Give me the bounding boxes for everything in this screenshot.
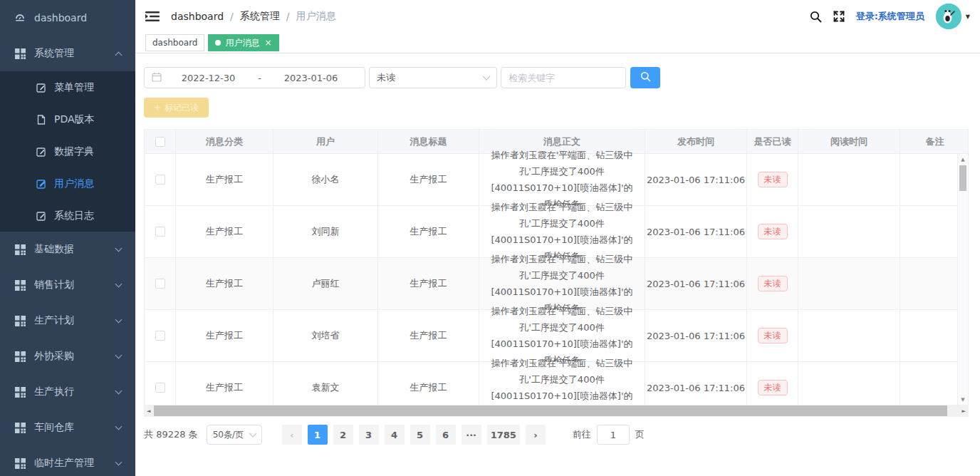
chevron-down-icon [115, 423, 123, 430]
sidebar-group-sales-plan[interactable]: 销售计划 [0, 267, 135, 303]
sidebar-item-system-logs[interactable]: 系统日志 [0, 200, 135, 232]
chevron-down-icon [115, 458, 123, 465]
calendar-icon [152, 72, 162, 84]
chevron-down-icon [249, 429, 256, 437]
edit-icon [36, 210, 47, 222]
sidebar-group-workshop-warehouse[interactable]: 车间仓库 [0, 410, 135, 445]
cell-title: 生产报工 [378, 310, 479, 362]
cell-remark [900, 206, 959, 258]
vertical-scrollbar[interactable]: ▲ ▼ [957, 155, 968, 405]
hamburger-icon[interactable] [145, 11, 160, 22]
date-range-separator: - [255, 73, 264, 83]
avatar[interactable] [936, 4, 961, 29]
scroll-up-icon[interactable]: ▲ [958, 157, 968, 162]
sidebar-group-system[interactable]: 系统管理 [0, 36, 135, 71]
cell-remark [900, 310, 959, 362]
sidebar-item-pda-version[interactable]: PDA版本 [0, 103, 135, 135]
mark-read-button[interactable]: + 标记已读 [144, 98, 209, 118]
close-icon[interactable]: × [264, 38, 271, 47]
scroll-right-icon[interactable]: ► [962, 408, 966, 414]
page-button-1785[interactable]: 1785 [487, 425, 520, 445]
sidebar-group-temp-production[interactable]: 临时生产管理 [0, 445, 135, 476]
page-button-6[interactable]: 6 [436, 425, 456, 445]
sidebar-item-label: dashboard [34, 12, 87, 24]
grid-icon [14, 315, 26, 326]
scroll-down-icon[interactable]: ▼ [958, 397, 968, 403]
breadcrumb-current: 用户消息 [296, 10, 336, 23]
grid-icon [14, 48, 26, 59]
search-icon[interactable] [810, 11, 822, 23]
cell-read-time [798, 206, 900, 258]
page-button-5[interactable]: 5 [410, 425, 430, 445]
tab-user-messages[interactable]: 用户消息 × [208, 34, 278, 51]
row-checkbox[interactable] [155, 331, 165, 341]
read-status-select[interactable]: 未读 [369, 67, 497, 88]
date-range-picker[interactable]: 2022-12-30 - 2023-01-06 [144, 67, 365, 88]
vertical-scroll-thumb[interactable] [959, 165, 966, 191]
next-page-button[interactable]: › [526, 425, 546, 445]
select-all-checkbox[interactable] [155, 137, 165, 147]
sidebar-group-label: 系统管理 [34, 47, 74, 60]
cell-user: 卢丽红 [273, 258, 378, 310]
cell-publish-time: 2023-01-06 17:11:06 [645, 258, 747, 310]
sidebar-group-label: 生产执行 [34, 386, 74, 398]
goto-page: 前往 页 [573, 425, 645, 445]
chevron-down-icon [115, 280, 123, 287]
horizontal-scrollbar[interactable]: ◄ ► [144, 405, 969, 417]
login-user-label[interactable]: 登录:系统管理员 [856, 10, 924, 23]
scroll-left-icon[interactable]: ◄ [147, 408, 150, 414]
page-size-select[interactable]: 50条/页 [207, 425, 262, 445]
cell-user: 袁新文 [273, 362, 378, 405]
search-icon [640, 71, 651, 84]
search-button[interactable] [630, 67, 660, 88]
prev-page-button[interactable]: ‹ [282, 425, 302, 445]
sidebar-group-label: 临时生产管理 [34, 457, 94, 470]
cell-publish-time: 2023-01-06 17:11:06 [645, 362, 747, 405]
keyword-input[interactable] [501, 68, 625, 88]
page-button-4[interactable]: 4 [385, 425, 405, 445]
sidebar-group-production-exec[interactable]: 生产执行 [0, 374, 135, 410]
column-header: 消息标题 [378, 130, 479, 154]
row-checkbox[interactable] [155, 175, 165, 185]
unread-badge: 未读 [758, 172, 788, 188]
date-end-value[interactable]: 2023-01-06 [264, 73, 358, 83]
mark-read-label: 标记已读 [165, 102, 199, 114]
cell-publish-time: 2023-01-06 17:11:06 [645, 310, 747, 362]
sidebar-group-outsourcing[interactable]: 外协采购 [0, 338, 135, 374]
document-icon [36, 114, 47, 125]
chevron-down-icon [115, 244, 123, 252]
sidebar-item-dashboard[interactable]: dashboard [0, 0, 135, 36]
row-checkbox[interactable] [155, 279, 165, 289]
horizontal-scroll-thumb[interactable] [154, 405, 947, 416]
unread-badge: 未读 [758, 276, 788, 292]
cell-category: 生产报工 [176, 258, 273, 310]
sidebar: dashboard 系统管理 菜单管理 PDA版本 数据字典 [0, 0, 135, 476]
goto-page-input[interactable] [597, 425, 630, 445]
page-button-3[interactable]: 3 [359, 425, 379, 445]
breadcrumb-system-mgmt[interactable]: 系统管理 [240, 10, 280, 23]
row-checkbox[interactable] [155, 383, 165, 393]
sidebar-item-user-messages[interactable]: 用户消息 [0, 167, 135, 200]
sidebar-item-menu-mgmt[interactable]: 菜单管理 [0, 71, 135, 103]
tab-label: 用户消息 [225, 37, 259, 49]
row-checkbox-cell [145, 362, 176, 405]
caret-down-icon[interactable]: ▼ [966, 14, 970, 20]
chevron-down-icon [115, 316, 123, 323]
cell-read-status: 未读 [747, 310, 798, 362]
sidebar-group-label: 销售计划 [34, 279, 74, 291]
more-pages-button[interactable]: ··· [462, 425, 481, 445]
fullscreen-icon[interactable] [833, 11, 845, 22]
row-checkbox[interactable] [155, 227, 165, 237]
page-button-2[interactable]: 2 [333, 425, 353, 445]
grid-icon [14, 386, 26, 398]
sidebar-item-data-dictionary[interactable]: 数据字典 [0, 135, 135, 167]
sidebar-submenu: 菜单管理 PDA版本 数据字典 用户消息 系统日志 [0, 71, 135, 232]
date-start-value[interactable]: 2022-12-30 [162, 73, 255, 83]
page-button-1[interactable]: 1 [308, 425, 328, 445]
tab-dashboard[interactable]: dashboard [145, 34, 204, 51]
sidebar-group-basic-data[interactable]: 基础数据 [0, 232, 135, 267]
breadcrumb-dashboard[interactable]: dashboard [171, 11, 224, 22]
sidebar-group-production-plan[interactable]: 生产计划 [0, 303, 135, 338]
cell-read-status: 未读 [747, 258, 798, 310]
cell-title: 生产报工 [378, 362, 479, 405]
